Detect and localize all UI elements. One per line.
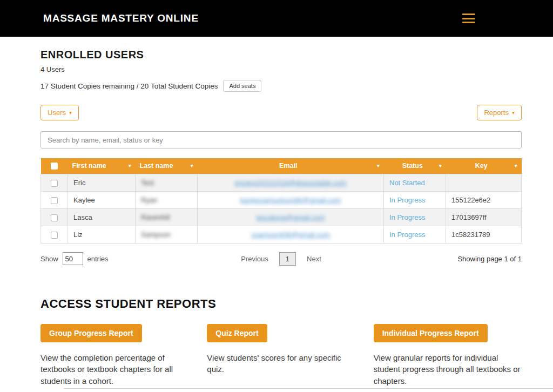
sort-caret-icon[interactable]: ▾ (129, 163, 131, 168)
reports-dropdown-button[interactable]: Reports ▾ (477, 105, 522, 120)
status-text: In Progress (389, 231, 425, 239)
menu-icon[interactable] (462, 13, 475, 23)
email-link[interactable]: lascaluna@gmail.com (256, 213, 325, 221)
cell-status: Not Started (384, 174, 446, 191)
page-number-button[interactable]: 1 (279, 252, 296, 266)
menu-bar (462, 22, 475, 23)
cell-first-name: Eric (68, 174, 136, 191)
reports-section: ACCESS STUDENT REPORTS Group Progress Re… (41, 297, 522, 387)
search-input[interactable] (41, 131, 522, 148)
status-text: In Progress (389, 213, 425, 221)
email-link[interactable]: ssamson406@gmail.com (251, 231, 330, 239)
column-header-email[interactable]: Email▾ (198, 158, 384, 174)
cell-email: kayleesamuelson86@gmail.com (198, 191, 384, 208)
reports-dropdown-label: Reports (484, 109, 509, 117)
row-checkbox[interactable] (51, 180, 58, 187)
toolbar: Users ▾ Reports ▾ (41, 105, 522, 120)
column-header-key[interactable]: Key▾ (446, 158, 522, 174)
table-header-row: First name▾ Last name▾ Email▾ Status▾ Ke… (41, 158, 522, 174)
select-all-checkbox[interactable] (51, 163, 58, 170)
table-footer: Show entries Previous 1 Next Showing pag… (41, 252, 522, 266)
column-header-first-name[interactable]: First name▾ (68, 158, 136, 174)
status-text: In Progress (389, 196, 425, 204)
cell-last-name: Ryan (136, 191, 198, 208)
cell-status: In Progress (384, 226, 446, 243)
cell-first-name: Lasca (68, 208, 136, 226)
cell-email: lascaluna@gmail.com (198, 208, 384, 226)
cell-last-name: Sampson (136, 226, 198, 243)
row-checkbox[interactable] (51, 232, 58, 239)
report-card-group-progress: Group Progress Report View the completio… (41, 324, 188, 387)
sort-caret-icon[interactable]: ▾ (377, 163, 380, 168)
enrolled-users-table: First name▾ Last name▾ Email▾ Status▾ Ke… (41, 158, 522, 244)
entries-label: entries (87, 255, 109, 263)
cell-key (446, 174, 522, 191)
table-row: Lasca Ravenhill lascaluna@gmail.com In P… (41, 208, 522, 226)
entries-input[interactable] (63, 252, 83, 265)
email-link[interactable]: erictest20221016@dispostable.com (235, 179, 347, 187)
report-card-quiz: Quiz Report View students' scores for an… (207, 324, 355, 387)
menu-bar (462, 18, 475, 19)
cell-last-name: Ravenhill (136, 208, 198, 226)
menu-bar (462, 13, 475, 15)
entries-control: Show entries (41, 252, 201, 265)
cell-last-name: Test (136, 174, 198, 191)
report-cards: Group Progress Report View the completio… (41, 324, 522, 387)
copies-row: 17 Student Copies remaining / 20 Total S… (41, 80, 522, 92)
copies-info: 17 Student Copies remaining / 20 Total S… (41, 82, 218, 90)
group-progress-report-button[interactable]: Group Progress Report (41, 324, 142, 342)
cell-key: 17013697ff (446, 208, 522, 226)
user-count: 4 Users (41, 65, 522, 73)
app-title: MASSAGE MASTERY ONLINE (43, 12, 199, 24)
individual-progress-report-button[interactable]: Individual Progress Report (374, 324, 488, 342)
users-dropdown-button[interactable]: Users ▾ (41, 105, 79, 120)
table-row: Eric Test erictest20221016@dispostable.c… (41, 174, 522, 191)
pagination: Previous 1 Next (201, 252, 361, 266)
cell-status: In Progress (384, 191, 446, 208)
sort-caret-icon[interactable]: ▾ (191, 163, 193, 168)
report-card-description: View the completion percentage of textbo… (41, 352, 188, 387)
cell-key: 155122e6e2 (446, 191, 522, 208)
reports-section-title: ACCESS STUDENT REPORTS (41, 297, 522, 311)
select-all-header (41, 158, 68, 174)
page-title: ENROLLED USERS (41, 49, 522, 61)
showing-page-text: Showing page 1 of 1 (361, 255, 522, 263)
table-row: Kaylee Ryan kayleesamuelson86@gmail.com … (41, 191, 522, 208)
row-checkbox[interactable] (51, 214, 58, 221)
report-card-description: View students' scores for any specific q… (207, 352, 355, 376)
cell-email: ssamson406@gmail.com (198, 226, 384, 243)
sort-caret-icon[interactable]: ▾ (439, 163, 442, 168)
cell-key: 1c58231789 (446, 226, 522, 243)
quiz-report-button[interactable]: Quiz Report (207, 324, 267, 342)
chevron-down-icon: ▾ (69, 110, 72, 116)
table-row: Liz Sampson ssamson406@gmail.com In Prog… (41, 226, 522, 243)
column-header-status[interactable]: Status▾ (384, 158, 446, 174)
cell-first-name: Kaylee (68, 191, 136, 208)
main-content: ENROLLED USERS 4 Users 17 Student Copies… (0, 37, 553, 387)
app-header: MASSAGE MASTERY ONLINE (0, 0, 553, 37)
report-card-individual-progress: Individual Progress Report View granular… (374, 324, 522, 387)
row-checkbox[interactable] (51, 197, 58, 204)
column-header-last-name[interactable]: Last name▾ (136, 158, 198, 174)
show-label: Show (41, 255, 58, 263)
cell-first-name: Liz (68, 226, 136, 243)
cell-email: erictest20221016@dispostable.com (198, 174, 384, 191)
chevron-down-icon: ▾ (512, 110, 515, 116)
previous-button[interactable]: Previous (241, 255, 268, 263)
next-button[interactable]: Next (307, 255, 321, 263)
email-link[interactable]: kayleesamuelson86@gmail.com (240, 196, 341, 204)
add-seats-button[interactable]: Add seats (223, 80, 261, 92)
users-dropdown-label: Users (48, 109, 66, 117)
status-text: Not Started (389, 179, 425, 187)
report-card-description: View granular reports for individual stu… (374, 352, 522, 387)
bottom-divider (64, 388, 553, 389)
cell-status: In Progress (384, 208, 446, 226)
sort-caret-icon[interactable]: ▾ (515, 163, 517, 168)
